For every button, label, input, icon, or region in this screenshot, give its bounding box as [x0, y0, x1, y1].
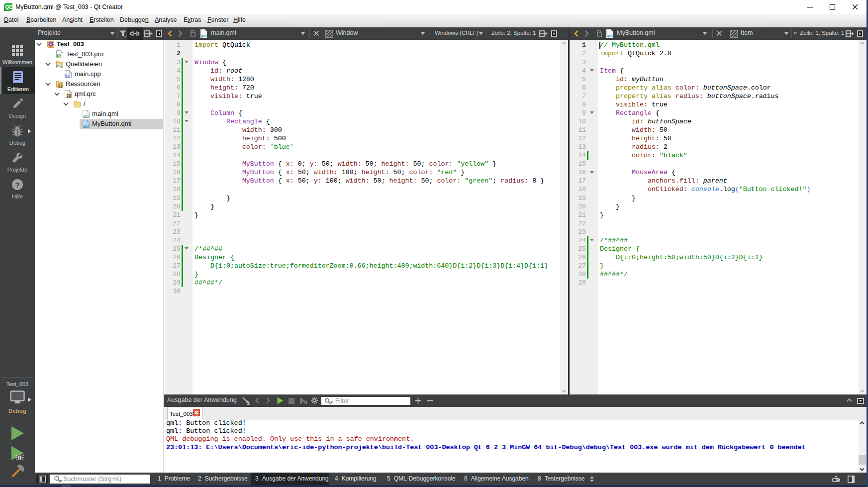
- svg-text:C++: C++: [66, 74, 71, 77]
- svg-text:qml: qml: [201, 34, 207, 38]
- svg-text:Qt: Qt: [58, 55, 61, 58]
- svg-text:QC: QC: [5, 4, 12, 10]
- svg-text:?: ?: [15, 181, 19, 189]
- svg-text:qml: qml: [607, 34, 613, 38]
- svg-text:C++: C++: [57, 65, 62, 68]
